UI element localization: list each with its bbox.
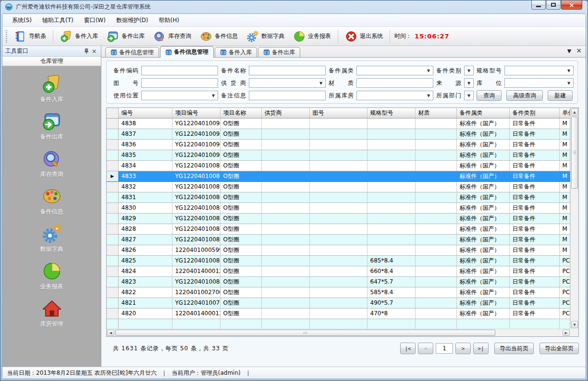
menu-help[interactable]: 帮助(H) xyxy=(154,15,184,26)
close-button[interactable]: × xyxy=(561,0,582,10)
next-page-button[interactable]: > xyxy=(455,343,471,354)
tab-list-dropdown-button[interactable]: ▼ xyxy=(567,48,571,54)
sidebar-group-warehouse[interactable]: 仓库管理 xyxy=(2,57,101,66)
minimize-button[interactable] xyxy=(531,0,546,10)
cell: 4830 xyxy=(118,202,172,213)
column-header[interactable]: 项目编号 xyxy=(172,108,220,118)
advanced-query-button[interactable]: 高级查询 xyxy=(506,90,543,101)
material-input[interactable] xyxy=(356,78,433,88)
sidebar-item-parts-inbound[interactable]: 备件入库 xyxy=(2,71,101,108)
panel-close-button[interactable]: × xyxy=(90,48,98,55)
column-header[interactable]: 备件类别 xyxy=(509,108,559,118)
toolbar-exit-system-button[interactable]: 退出系统 xyxy=(341,28,387,45)
table-row[interactable]: 4828YG12204010083O型圈标准件（国产）日常备件M xyxy=(107,224,570,234)
table-row[interactable]: 4829YG12204010084O型圈标准件（国产）日常备件M xyxy=(107,213,570,224)
column-header[interactable]: 备件属类 xyxy=(456,108,509,118)
column-header[interactable]: 供货商 xyxy=(261,108,309,118)
part-name-input[interactable] xyxy=(249,66,326,75)
table-row[interactable]: 48241220401400012O型圈660*8.4标准件（国产）日常备件PC xyxy=(107,266,570,276)
table-row[interactable]: 4836YG12204010091O型圈标准件（国产）日常备件M xyxy=(107,139,570,150)
table-row[interactable]: 4830YG12204010085O型圈标准件（国产）日常备件M xyxy=(107,202,570,213)
spec-model-select[interactable]: ▼ xyxy=(504,66,574,75)
part-category-select[interactable]: ▼ xyxy=(356,66,433,75)
maximize-button[interactable] xyxy=(546,0,561,10)
sidebar-item-data-dictionary[interactable]: 数据字典 xyxy=(2,221,101,258)
column-header[interactable]: 规格型号 xyxy=(367,108,415,118)
table-row[interactable]: ▶4833YG12204010088O型圈标准件（国产）日常备件M xyxy=(107,171,570,181)
column-header[interactable]: 编号 xyxy=(118,108,172,118)
table-row[interactable]: 4825YG12204010081O型圈685*8.4标准件（国产）日常备件PC xyxy=(107,255,570,266)
department-select[interactable]: ▼ xyxy=(464,91,474,100)
sidebar-item-warehouse-manage[interactable]: 库房管理 xyxy=(2,296,101,333)
export-current-page-button[interactable]: 导出当前页 xyxy=(494,343,534,354)
column-header[interactable]: 材质 xyxy=(415,108,456,118)
table-row[interactable]: 4832YG12204010087O型圈标准件（国产）日常备件M xyxy=(107,181,570,192)
vertical-scrollbar[interactable]: ▲ ▼ xyxy=(570,108,578,329)
table-row[interactable]: 4821YG12204010079O型圈490*5.7标准件（国产）日常备件PC xyxy=(107,298,570,308)
new-button[interactable]: 新建 xyxy=(548,90,573,101)
tab-parts-inbound[interactable]: 备件入库 xyxy=(215,47,257,57)
drawing-no-input[interactable] xyxy=(141,78,218,88)
toolbar-business-report-button[interactable]: 业务报表 xyxy=(289,28,335,45)
cell xyxy=(367,181,415,192)
business-report-icon xyxy=(293,30,306,43)
table-row[interactable]: 4823YG12204010080O型圈647*5.7标准件（国产）日常备件PC xyxy=(107,276,570,287)
scroll-up-icon[interactable]: ▲ xyxy=(571,108,578,116)
toolbar-navigator-button[interactable]: 导航条 xyxy=(10,28,50,45)
menu-system[interactable]: 系统(S) xyxy=(7,15,37,26)
remark-input[interactable] xyxy=(249,91,326,100)
menu-aux-tools[interactable]: 辅助工具(T) xyxy=(37,15,78,26)
scroll-right-icon[interactable]: ▶ xyxy=(563,330,570,336)
table-row[interactable]: 48261220401000599O型圈标准件（国产）日常备件M xyxy=(107,245,570,255)
toolbar-stock-query-button[interactable]: 库存查询 xyxy=(149,28,196,45)
page-number-input[interactable] xyxy=(436,343,453,354)
sidebar-item-business-report[interactable]: 业务报表 xyxy=(2,258,101,296)
first-page-button[interactable]: |< xyxy=(400,343,416,354)
warehouse-select[interactable]: ▼ xyxy=(356,91,433,100)
toolbar-parts-inbound-button[interactable]: 备件入库 xyxy=(56,28,102,45)
toolbar-parts-outbound-button[interactable]: 备件出库 xyxy=(102,28,149,45)
table-row[interactable]: 48201220401400013O型圈470*8标准件（国产）日常备件PC xyxy=(107,308,570,319)
prev-page-button[interactable]: < xyxy=(418,343,433,354)
tab-parts-info-manage-2[interactable]: 备件信息管理 xyxy=(160,46,214,58)
toolbar-data-dictionary-button[interactable]: 数据字典 xyxy=(242,28,289,45)
table-row[interactable]: 4827YG12204010082O型圈标准件（国产）日常备件M xyxy=(107,234,570,245)
column-header[interactable]: 项目名称 xyxy=(220,108,261,118)
column-header[interactable]: 单位 xyxy=(559,108,570,118)
cell xyxy=(367,224,415,234)
tab-close-button[interactable]: × xyxy=(576,48,582,54)
pin-button[interactable] xyxy=(83,48,90,55)
sidebar-item-parts-info[interactable]: 备件信息 xyxy=(2,183,101,221)
supplier-select[interactable]: ▼ xyxy=(249,78,326,88)
scroll-left-icon[interactable]: ◀ xyxy=(107,330,114,336)
last-page-button[interactable]: >| xyxy=(473,343,489,354)
cell: 标准件（国产） xyxy=(456,213,509,224)
menu-window[interactable]: 窗口(W) xyxy=(79,15,110,26)
tab-parts-info-manage-1[interactable]: 备件信息管理 xyxy=(105,47,159,57)
location-select[interactable]: ▼ xyxy=(504,78,574,88)
part-class-select[interactable]: ▼ xyxy=(464,66,474,75)
horizontal-scroll-thumb[interactable] xyxy=(115,330,495,336)
toolbar-grip[interactable] xyxy=(6,30,7,43)
vertical-scroll-thumb[interactable] xyxy=(571,117,578,189)
toolbar-parts-info-button[interactable]: 备件信息 xyxy=(196,28,242,45)
source-select[interactable]: ▼ xyxy=(464,78,474,88)
column-header[interactable]: 图号 xyxy=(309,108,367,118)
table-row[interactable]: 48221220401002700O型圈585*8.4标准件（国产）日常备件PC xyxy=(107,287,570,298)
usage-position-select[interactable]: ▼ xyxy=(141,91,218,100)
table-row[interactable]: 4837YG12204010092O型圈标准件（国产）日常备件M xyxy=(107,129,570,139)
table-row[interactable]: 4835YG12204010090O型圈标准件（国产）日常备件M xyxy=(107,150,570,160)
export-all-pages-button[interactable]: 导出全部页 xyxy=(539,343,579,354)
table-row[interactable]: 4831YG12204010086O型圈标准件（国产）日常备件M xyxy=(107,192,570,202)
menu-data-maintain[interactable]: 数据维护(D) xyxy=(111,15,153,26)
tab-parts-outbound[interactable]: 备件出库 xyxy=(258,47,300,57)
query-button[interactable]: 查询 xyxy=(477,90,502,101)
horizontal-scrollbar[interactable]: ◀ ▶ xyxy=(107,329,570,336)
table-row[interactable]: 4834YG12204010089O型圈标准件（国产）日常备件M xyxy=(107,160,570,171)
scroll-down-icon[interactable]: ▼ xyxy=(571,321,578,328)
table-row[interactable]: 4838YG12204010093O型圈标准件（国产）日常备件M xyxy=(107,118,570,129)
sidebar-item-parts-outbound[interactable]: 备件出库 xyxy=(2,108,101,146)
sidebar-item-stock-query[interactable]: 库存查询 xyxy=(2,146,101,183)
part-code-input[interactable] xyxy=(141,66,218,75)
part-class-label: 备件类别 xyxy=(436,67,461,75)
